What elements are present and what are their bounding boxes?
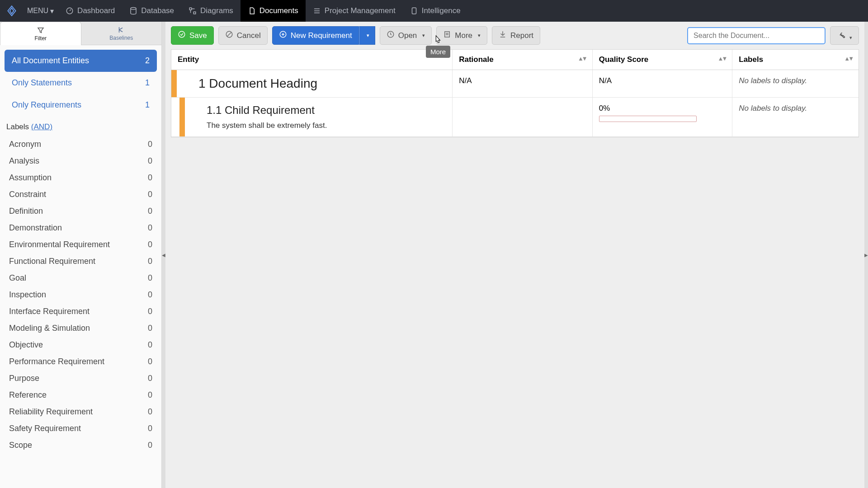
label-count: 0 (148, 140, 152, 149)
label-name: Analysis (9, 156, 39, 166)
menu-dropdown[interactable]: MENU ▾ (23, 0, 58, 22)
label-row[interactable]: Interface Requirement0 (6, 303, 155, 320)
sort-icon: ▲▼ (844, 55, 852, 62)
rationale-cell (453, 98, 593, 137)
label-count: 0 (148, 407, 152, 417)
nav-intelligence[interactable]: Intelligence (403, 0, 468, 22)
sidebar-tab-baselines[interactable]: Baselines (81, 22, 162, 45)
open-button[interactable]: Open ▾ (380, 26, 432, 45)
cancel-button[interactable]: Cancel (218, 26, 268, 45)
right-splitter[interactable]: ▶ (864, 22, 868, 488)
filter-count: 1 (145, 78, 150, 88)
caret-down-icon: ▾ (478, 33, 481, 38)
new-requirement-dropdown[interactable]: ▾ (359, 26, 375, 45)
nav-project-management[interactable]: Project Management (306, 0, 403, 22)
page-icon (443, 30, 451, 41)
nav-documents[interactable]: Documents (241, 0, 306, 22)
label-row[interactable]: Inspection0 (6, 286, 155, 303)
more-button[interactable]: More ▾ (436, 26, 487, 45)
sidebar: Filter Baselines All Document Entities 2… (0, 22, 162, 488)
column-labels[interactable]: Labels▲▼ (732, 50, 859, 70)
label-count: 0 (148, 173, 152, 183)
table-row[interactable]: 1.1 Child Requirement The system shall b… (171, 98, 859, 137)
labels-title: Labels (6, 122, 29, 131)
toolbar: Save Cancel New Requirement ▾ Open ▾ (165, 22, 864, 49)
label-row[interactable]: Acronym0 (6, 136, 155, 153)
nav-label: Diagrams (200, 6, 233, 15)
label-row[interactable]: Reliability Requirement0 (6, 404, 155, 420)
labels-mode-toggle[interactable]: (AND) (31, 122, 52, 131)
nav-dashboard[interactable]: Dashboard (58, 0, 122, 22)
filter-only-requirements[interactable]: Only Requirements 1 (5, 94, 157, 116)
sort-icon: ▲▼ (578, 55, 586, 62)
button-label: Cancel (237, 31, 261, 40)
label-row[interactable]: Scope0 (6, 437, 155, 454)
save-button[interactable]: Save (171, 26, 214, 45)
label-count: 0 (148, 374, 152, 383)
label-row[interactable]: Purpose0 (6, 370, 155, 387)
label-name: Constraint (9, 190, 46, 199)
quality-value: 0% (599, 104, 726, 113)
label-row[interactable]: Goal0 (6, 270, 155, 286)
label-row[interactable]: Objective0 (6, 337, 155, 353)
new-requirement-split-button: New Requirement ▾ (272, 26, 375, 45)
label-row[interactable]: Modeling & Simulation0 (6, 320, 155, 337)
app-logo[interactable] (4, 3, 20, 19)
label-row[interactable]: Demonstration0 (6, 220, 155, 236)
entity-title: 1.1 Child Requirement (207, 104, 446, 117)
entity-body: The system shall be extremely fast. (207, 121, 446, 130)
label-row[interactable]: Performance Requirement0 (6, 353, 155, 370)
filter-all-entities[interactable]: All Document Entities 2 (5, 50, 157, 72)
button-label: New Requirement (291, 31, 352, 40)
filter-count: 1 (145, 100, 150, 110)
nav-label: Dashboard (77, 6, 115, 15)
quality-cell: N/A (592, 70, 732, 98)
report-button[interactable]: Report (492, 26, 540, 45)
main-content: Save Cancel New Requirement ▾ Open ▾ (165, 22, 864, 488)
caret-down-icon: ▾ (50, 7, 54, 15)
column-rationale[interactable]: Rationale▲▼ (453, 50, 593, 70)
chevron-left-icon: ◀ (162, 253, 165, 258)
new-requirement-button[interactable]: New Requirement (272, 26, 359, 45)
filter-only-statements[interactable]: Only Statements 1 (5, 72, 157, 94)
sidebar-splitter[interactable]: ◀ (162, 22, 165, 488)
wrench-icon (837, 33, 846, 41)
settings-button[interactable]: ▾ (830, 26, 859, 45)
entity-title: 1 Document Heading (198, 76, 446, 91)
nav-diagrams[interactable]: Diagrams (181, 0, 241, 22)
column-entity[interactable]: Entity (171, 50, 453, 70)
label-row[interactable]: Safety Requirement0 (6, 420, 155, 437)
button-label: Save (189, 31, 207, 40)
label-row[interactable]: Reference0 (6, 387, 155, 404)
label-count: 0 (148, 357, 152, 366)
label-row[interactable]: Constraint0 (6, 186, 155, 203)
open-icon (387, 30, 395, 41)
nav-label: Database (141, 6, 174, 15)
chevron-right-icon: ▶ (864, 253, 868, 258)
label-name: Functional Requirement (9, 257, 95, 266)
label-row[interactable]: Functional Requirement0 (6, 253, 155, 270)
nav-label: Project Management (325, 6, 396, 15)
label-row[interactable]: Assumption0 (6, 169, 155, 186)
label-count: 0 (148, 290, 152, 300)
nav-label: Documents (259, 6, 298, 15)
label-count: 0 (148, 206, 152, 216)
filter-count: 2 (145, 56, 150, 66)
label-row[interactable]: Analysis0 (6, 153, 155, 169)
table-row[interactable]: 1 Document Heading N/A N/A No labels to … (171, 70, 859, 98)
tooltip-text: More (430, 48, 446, 56)
report-icon (499, 30, 507, 41)
filter-label: Only Statements (12, 78, 72, 88)
label-row[interactable]: Environmental Requirement0 (6, 236, 155, 253)
label-count: 0 (148, 190, 152, 199)
label-count: 0 (148, 424, 152, 433)
label-count: 0 (148, 156, 152, 166)
label-row[interactable]: Definition0 (6, 203, 155, 220)
button-label: Report (510, 31, 533, 40)
diagrams-icon (189, 7, 197, 15)
sidebar-tab-filter[interactable]: Filter (0, 22, 81, 45)
nav-database[interactable]: Database (122, 0, 181, 22)
labels-cell: No labels to display. (739, 104, 807, 113)
column-quality-score[interactable]: Quality Score▲▼ (592, 50, 732, 70)
search-input[interactable] (687, 27, 826, 44)
